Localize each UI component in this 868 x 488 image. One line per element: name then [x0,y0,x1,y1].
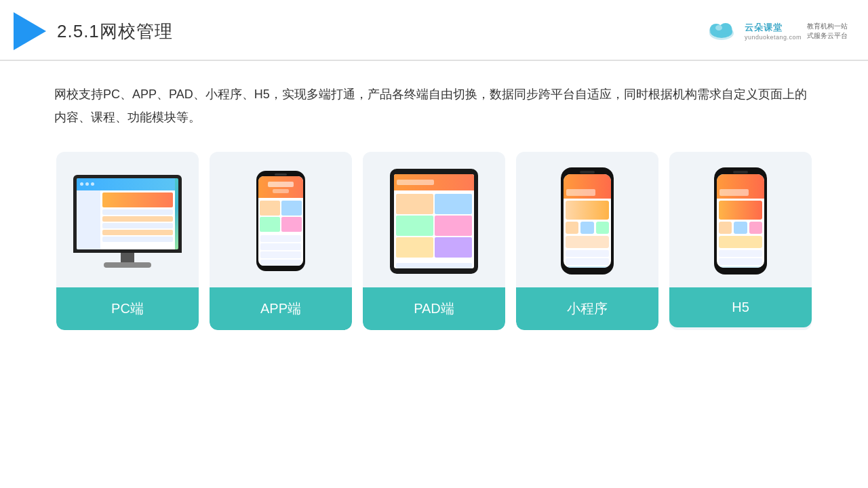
header-left: 2.5.1网校管理 [14,12,173,50]
pad-content [394,192,474,260]
brand-tagline: 教育机构一站 式服务云平台 [807,22,848,41]
grid-item-4 [281,217,302,232]
h5-row-1 [719,250,762,257]
pad-card-1 [396,194,433,214]
app-header [258,176,303,198]
h5-icon-3 [749,222,762,234]
card-app: APP端 [210,152,352,330]
grid-item-1 [260,201,280,216]
list-item-4 [260,260,301,266]
description-text: 网校支持PC、APP、PAD、小程序、H5，实现多端打通，产品各终端自由切换，数… [0,61,868,145]
monitor-screen-outer [73,175,182,253]
list-item-1 [260,235,301,242]
monitor-base [104,262,151,268]
card-label-h5: H5 [669,287,812,327]
content-row-1 [102,209,173,215]
card-pad: PAD端 [363,152,505,330]
h5-highlight-2 [719,266,762,268]
mini-highlight-2 [566,266,609,268]
grid-item-3 [260,217,280,232]
card-image-h5 [669,152,812,287]
card-pc: PC端 [56,152,199,330]
pad-card-5 [396,237,433,258]
mini-screen [564,174,611,268]
list-item-3 [260,251,301,258]
grid-item-2 [281,201,302,216]
brand-domain: yunduoketang.com [745,34,802,41]
h5-highlight-1 [719,236,762,248]
card-image-pad [363,152,505,287]
mini-icon-2 [580,222,593,234]
mini-icons [566,222,609,234]
mini-body [564,199,611,268]
h5-header [717,174,764,199]
mini-icon-1 [566,222,578,234]
content-block-1 [102,192,173,207]
content-row-5 [102,237,173,242]
h5-header-text [719,189,749,196]
mini-header-text [566,189,595,196]
content-row-3 [102,223,173,228]
app-phone-screen [258,176,303,266]
card-label-pad: PAD端 [363,287,505,330]
dot2 [85,182,89,186]
h5-phone-mockup [714,167,767,274]
pad-card-3 [396,216,433,236]
pc-mockup [73,175,182,268]
svg-point-6 [715,25,722,30]
pad-mockup [390,169,478,274]
pc-sidebar [77,190,100,249]
header-right: 云朵课堂 yunduoketang.com 教育机构一站 式服务云平台 [704,20,848,43]
h5-screen [717,174,764,268]
h5-icon-1 [719,222,732,234]
h5-row-2 [719,258,762,265]
card-image-app [210,152,352,287]
brand-text: 云朵课堂 yunduoketang.com [745,22,802,41]
platform-cards: PC端 [0,152,868,330]
dot3 [91,182,94,186]
content-row-2 [102,216,173,222]
h5-icons [719,222,762,234]
brand-logo-icon [704,20,739,43]
card-label-pc: PC端 [56,287,199,330]
page-title: 2.5.1网校管理 [57,20,173,43]
card-image-pc [56,152,199,287]
card-miniprogram: 小程序 [516,152,658,330]
pad-list [394,261,474,268]
mini-banner [566,201,609,220]
mini-row-1 [566,250,609,257]
logo-icon [14,12,46,50]
mini-highlight-1 [566,236,609,248]
app-grid [258,199,303,233]
mini-icon-3 [596,222,609,234]
card-h5: H5 [669,152,812,330]
pad-row-1 [396,263,472,268]
app-phone-mockup [256,171,305,271]
pc-main [100,190,175,249]
brand-name: 云朵课堂 [745,22,802,34]
dot1 [80,182,83,186]
mini-phone-mockup [561,167,614,274]
h5-icon-2 [734,222,747,234]
card-image-mini [516,152,658,287]
list-item-2 [260,243,301,250]
monitor-screen-inner [77,178,178,249]
header: 2.5.1网校管理 云朵课堂 yunduoketang.com 教育机构一站 式… [0,0,868,61]
card-label-app: APP端 [210,287,352,330]
pad-card-2 [435,194,472,214]
h5-banner [719,201,762,220]
mini-row-2 [566,258,609,265]
pc-screen-content [77,178,175,249]
pad-card-6 [435,237,472,258]
pc-topbar [77,178,175,190]
monitor-neck [121,253,134,262]
pad-card-4 [435,216,472,236]
pad-header [394,174,474,190]
app-list [258,233,303,266]
h5-body [717,199,764,268]
card-label-mini: 小程序 [516,287,658,330]
content-row-4 [102,230,173,235]
pad-screen [394,174,474,268]
mini-header [564,174,611,199]
